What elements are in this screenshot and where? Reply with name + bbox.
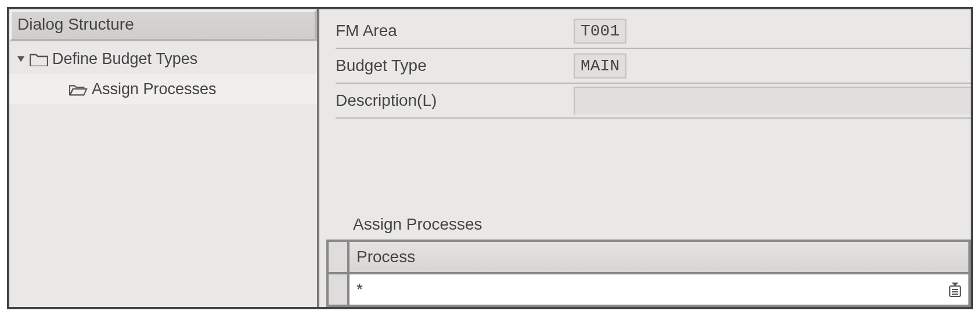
field-row-fm-area: FM Area T001 (336, 14, 971, 49)
expand-collapse-icon[interactable] (14, 52, 28, 66)
table-grid: Process * (326, 242, 971, 307)
label-description: Description(L) (336, 91, 574, 110)
label-budget-type: Budget Type (336, 56, 574, 75)
cell-process-value: * (356, 280, 363, 299)
row-selector[interactable] (326, 274, 350, 307)
app-frame: Dialog Structure Define Budget Types (7, 7, 973, 309)
svg-marker-0 (17, 56, 25, 62)
table-header-row: Process (326, 242, 971, 274)
tree: Define Budget Types Assign Processes (9, 41, 317, 307)
field-row-budget-type: Budget Type MAIN (336, 49, 971, 84)
column-header-process[interactable]: Process (350, 242, 971, 274)
field-row-description: Description(L) (336, 84, 971, 119)
table-row: * (326, 274, 971, 307)
folder-open-icon (69, 79, 88, 99)
cell-process[interactable]: * (350, 274, 971, 307)
assign-processes-table-section: Assign Processes Process * (326, 210, 971, 307)
tree-node-define-budget-types[interactable]: Define Budget Types (9, 44, 317, 74)
value-help-icon[interactable] (947, 281, 963, 298)
value-description[interactable] (574, 87, 971, 115)
main-pane: FM Area T001 Budget Type MAIN Descriptio… (319, 9, 971, 307)
tree-node-assign-processes[interactable]: Assign Processes (9, 74, 317, 104)
value-budget-type: MAIN (574, 53, 626, 78)
dialog-structure-sidebar: Dialog Structure Define Budget Types (9, 9, 319, 307)
value-fm-area: T001 (574, 19, 626, 44)
row-selector-header[interactable] (326, 242, 350, 274)
label-fm-area: FM Area (336, 22, 574, 40)
tree-node-label: Define Budget Types (52, 50, 197, 68)
table-title: Assign Processes (326, 210, 971, 242)
sidebar-header: Dialog Structure (9, 9, 317, 41)
tree-node-label: Assign Processes (92, 80, 217, 98)
folder-closed-icon (29, 49, 49, 69)
